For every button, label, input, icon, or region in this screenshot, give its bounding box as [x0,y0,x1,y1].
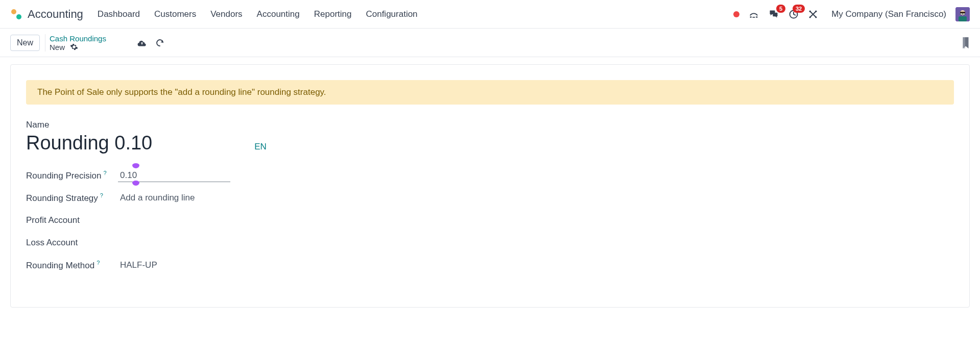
gear-icon[interactable] [70,43,78,51]
breadcrumb-new: New [50,43,65,52]
messages-icon[interactable]: 5 [768,9,779,19]
activities-badge: 32 [793,5,805,13]
svg-rect-15 [959,16,967,21]
topbar: Accounting Dashboard Customers Vendors A… [0,0,980,29]
profit-label: Profit Account [26,215,118,225]
loss-account-select[interactable] [118,242,389,244]
bookmark-icon[interactable] [962,37,970,48]
subbar: New Cash Roundings New [0,29,980,57]
field-loss-account: Loss Account [26,232,389,254]
name-label: Name [26,120,954,130]
svg-point-9 [809,16,811,18]
field-rounding-method: Rounding Method? HALF-UP [26,254,389,276]
subbar-save-icons [137,38,164,47]
svg-point-6 [809,10,811,12]
precision-input[interactable] [118,169,230,182]
precision-label: Rounding Precision? [26,170,118,181]
nav-vendors[interactable]: Vendors [210,9,242,19]
field-rounding-strategy: Rounding Strategy? Add a rounding line [26,187,389,209]
language-badge[interactable]: EN [254,142,267,152]
breadcrumb-cash-roundings[interactable]: Cash Roundings [50,34,106,43]
svg-point-1 [16,14,21,19]
messages-badge: 5 [776,5,785,13]
user-avatar-icon[interactable] [955,7,970,21]
loss-label: Loss Account [26,238,118,248]
help-icon[interactable]: ? [103,170,106,176]
svg-rect-2 [750,16,752,17]
svg-point-7 [815,16,817,18]
svg-rect-4 [753,17,755,18]
subbar-right [962,37,970,48]
svg-rect-14 [963,13,965,15]
nav-customers[interactable]: Customers [154,9,196,19]
strategy-select[interactable]: Add a rounding line [118,192,389,204]
method-label: Rounding Method? [26,260,118,271]
phone-icon[interactable] [749,9,759,19]
status-dot-icon[interactable] [733,11,739,17]
activities-icon[interactable]: 32 [788,9,799,19]
strategy-label: Rounding Strategy? [26,192,118,204]
main-nav: Dashboard Customers Vendors Accounting R… [98,9,733,19]
field-rounding-precision: Rounding Precision? [26,164,389,187]
breadcrumb: Cash Roundings New [45,34,106,52]
company-selector[interactable]: My Company (San Francisco) [831,9,946,19]
tools-icon[interactable] [808,9,818,19]
help-icon[interactable]: ? [97,260,100,266]
help-icon[interactable]: ? [100,192,103,198]
form-card: The Point of Sale only supports the "add… [10,64,970,308]
cloud-save-icon[interactable] [137,39,147,47]
svg-rect-12 [960,12,965,13]
nav-reporting[interactable]: Reporting [314,9,352,19]
field-profit-account: Profit Account [26,209,389,232]
name-input[interactable]: Rounding 0.10 [26,132,152,154]
svg-rect-3 [756,16,757,17]
nav-dashboard[interactable]: Dashboard [98,9,140,19]
method-select[interactable]: HALF-UP [118,259,389,271]
new-button[interactable]: New [10,35,40,51]
profit-account-select[interactable] [118,219,389,221]
app-logo[interactable] [10,8,22,20]
svg-rect-13 [961,13,963,15]
app-title[interactable]: Accounting [28,8,83,21]
cursor-marker-bottom-icon [132,181,139,186]
cursor-marker-top-icon [132,163,139,168]
svg-point-8 [815,10,817,12]
nav-configuration[interactable]: Configuration [366,9,417,19]
topbar-right: 5 32 My Company (San Francisco) [733,7,970,21]
svg-point-0 [11,9,16,14]
nav-accounting[interactable]: Accounting [257,9,300,19]
pos-warning-alert: The Point of Sale only supports the "add… [26,80,954,105]
discard-icon[interactable] [155,38,164,47]
